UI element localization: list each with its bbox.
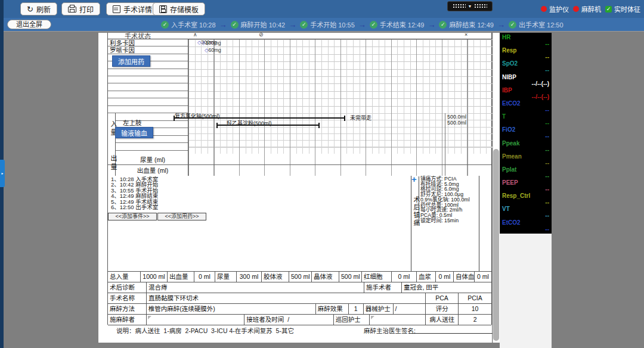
status-marker[interactable]: ∧ <box>193 33 197 38</box>
vital-label: VT <box>502 206 549 212</box>
check-circle-icon: ✓ <box>300 21 308 29</box>
vital-label: Pmean <box>502 153 549 160</box>
operation-value[interactable]: 直肠黏膜下环切术 <box>147 293 426 303</box>
diagnosis-value[interactable]: 混合痔 <box>147 282 364 293</box>
blood-loss-row-label: 出血量 (ml) <box>120 166 185 175</box>
analgesia-line: 锁定时间: 15min <box>420 218 479 223</box>
arrow-right-icon: → <box>497 20 505 29</box>
print-button[interactable]: 打印 <box>61 2 100 15</box>
vital-label: Resp_Ctrl <box>502 192 549 199</box>
vital-value: -- <box>502 133 549 139</box>
arrow-right-icon: → <box>289 20 296 29</box>
vital-value: -- <box>502 173 549 179</box>
surgeon-value[interactable]: 童冠会, 田平 <box>402 282 491 293</box>
check-circle-icon: ✓ <box>161 21 169 29</box>
total-value[interactable]: 0 ml <box>475 272 491 282</box>
event-list: 1、10:28 入手术室2、10:42 麻醉开始3、10:55 手术开始4、12… <box>111 176 158 210</box>
analgesia-detail-lines: 镇痛方式: PCIA布托啡诺: 5.0mg格拉司琼: 6.0mg舒芬太尼: 10… <box>419 176 479 223</box>
add-plus-icon[interactable]: + <box>411 174 417 184</box>
dose-marker[interactable]: ◇100mg <box>202 40 221 46</box>
vital-value: --/--(--) <box>502 80 549 87</box>
diagnosis-label: 术后诊断 <box>108 282 147 293</box>
vital-value: -- <box>502 54 549 60</box>
add-event-button[interactable]: <<添加事件>> <box>108 213 157 220</box>
total-value[interactable]: 500 ml <box>289 272 312 282</box>
anesthetist-label: 施麻醉者 <box>108 315 147 325</box>
total-value[interactable]: 1000 ml <box>141 272 168 282</box>
effect-value[interactable]: 1 <box>349 304 364 314</box>
vital-row: HR-- <box>502 34 549 47</box>
surgery-status-row: 手术状态 ∧ ⊘ × <box>107 33 492 39</box>
vital-label: HR <box>502 34 549 41</box>
realtime-vitals-label: 实时体征 <box>614 4 640 14</box>
events-section: 1、10:28 入手术室2、10:42 麻醉开始3、10:55 手术开始4、12… <box>107 176 492 271</box>
dock-indicator[interactable]: ▼ <box>447 1 493 11</box>
postop-analgesia-block: + 术后镇痛 镇痛方式: PCIA布托啡诺: 5.0mg格拉司琼: 6.0mg舒… <box>411 176 479 271</box>
method-value[interactable]: 椎管内麻醉(连续硬膜外) <box>147 304 316 314</box>
operation-label: 手术名称 <box>108 293 147 303</box>
anesthesia-machine-status: 麻醉机 <box>573 4 601 14</box>
dose-marker[interactable]: ◇60mg <box>205 47 221 53</box>
score-value[interactable]: 10 <box>459 304 491 314</box>
dose-amount: 100mg <box>206 40 221 46</box>
exit-fullscreen-button[interactable]: 退出全屏 <box>7 20 51 29</box>
vital-value: -- <box>502 147 549 153</box>
total-label: 晶体液 <box>312 272 339 282</box>
output-vertical-label: 出量 <box>109 155 118 172</box>
event-entry[interactable]: 6、12:50 出手术室 <box>111 204 158 210</box>
vital-value: -- <box>502 160 549 166</box>
handover-cell[interactable]: 接班者及时间 / <box>244 315 334 325</box>
total-value[interactable]: 300 ml <box>237 272 262 282</box>
vital-value: -- <box>502 67 549 73</box>
add-drug-button[interactable]: 添加用药 <box>112 55 150 67</box>
surgery-status-label: 手术状态 <box>125 33 151 39</box>
anesthetist-row: 施麻醉者 接班者及时间 / 巡回护士 病人送往 2 <box>108 315 491 325</box>
surgery-detail-button[interactable]: 手术详情 <box>106 2 159 15</box>
vital-label: Ppeak <box>502 140 549 147</box>
refresh-label: 刷新 <box>36 4 51 14</box>
infusion-bar-label: 羟乙基淀粉(500ml) <box>227 119 272 127</box>
vital-label: PEEP <box>502 179 549 186</box>
check-circle-icon: ✓ <box>439 21 447 29</box>
status-marker[interactable]: ⊘ <box>259 33 264 38</box>
score-label: 评分 <box>426 304 459 314</box>
totals-row: 总入量1000 ml出血量0 ml尿量300 ml胶体液500 ml晶体液500… <box>108 272 491 282</box>
vital-row: Ppeak-- <box>502 140 549 153</box>
vital-row: EtCO2-- <box>502 219 549 232</box>
total-value[interactable]: 500 ml <box>339 272 362 282</box>
signature-label: 麻醉主治医生签名: <box>364 326 416 335</box>
refresh-button[interactable]: ↻ 刷新 <box>20 2 57 15</box>
handover-label: 接班者及时间 <box>246 316 284 323</box>
circuit-nurse-label: 巡回护士 <box>334 315 370 325</box>
status-bar: 退出全屏 ✓入手术室 10:28→✓麻醉开始 10:42→✓手术开始 10:55… <box>0 18 644 32</box>
transfusion-button[interactable]: 输液输血 <box>115 127 153 138</box>
infusion-bar[interactable] <box>216 125 320 126</box>
total-value[interactable]: 0 ml <box>436 272 454 282</box>
infusion-total: 500.0ml <box>447 114 466 120</box>
signature-line[interactable] <box>408 333 498 334</box>
drawer-handle[interactable]: ▸ <box>0 160 5 187</box>
anesthesia-record-sheet: 手术状态 ∧ ⊘ × 利多卡因 罗哌卡因 添加用药 ◇300mg ◇100mg … <box>98 33 492 343</box>
vital-row: NIBP--/--(--) <box>502 74 549 87</box>
anesthesia-machine-label: 麻醉机 <box>581 4 601 14</box>
vertical-scrollbar-thumb[interactable] <box>493 149 499 341</box>
total-value[interactable]: 0 ml <box>392 272 417 282</box>
vital-value: -- <box>502 226 549 232</box>
total-label: 自体血 <box>454 272 475 282</box>
document-icon <box>113 5 120 13</box>
save-template-button[interactable]: 存储模板 <box>153 2 205 15</box>
instrument-nurse-value[interactable]: / <box>394 304 426 314</box>
circuit-nurse-value[interactable] <box>370 315 426 325</box>
infusion-bar[interactable] <box>174 117 345 119</box>
status-marker[interactable]: × <box>465 33 467 38</box>
total-value[interactable]: 0 ml <box>194 272 215 282</box>
add-medication-button[interactable]: <<添加用药>> <box>157 213 206 220</box>
anesthetist-value[interactable] <box>147 315 244 325</box>
save-template-label: 存储模板 <box>170 4 199 14</box>
vital-row: EtCO2-- <box>502 100 549 113</box>
realtime-vitals-status[interactable]: ✓ 实时体征 <box>605 4 640 14</box>
destination-value[interactable]: 2 <box>459 315 491 325</box>
vital-row: FiO2-- <box>502 126 549 139</box>
pca-value[interactable]: PCIA <box>459 293 491 303</box>
check-icon: ✓ <box>605 6 612 13</box>
